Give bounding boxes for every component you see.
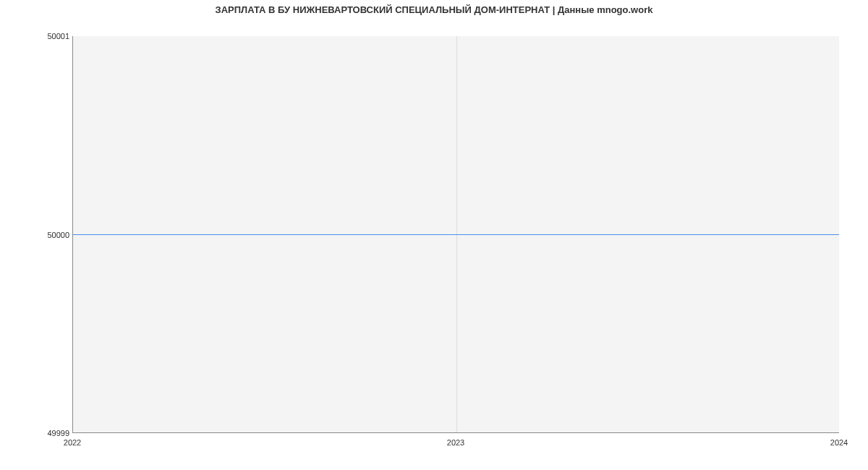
x-tick-1: 2023 <box>447 438 464 447</box>
y-tick-0: 49999 <box>47 429 69 437</box>
plot-area <box>72 36 839 433</box>
x-tick-2: 2024 <box>830 438 848 447</box>
salary-chart: ЗАРПЛАТА В БУ НИЖНЕВАРТОВСКИЙ СПЕЦИАЛЬНЫ… <box>0 0 868 470</box>
y-tick-1: 50000 <box>47 231 69 239</box>
chart-title: ЗАРПЛАТА В БУ НИЖНЕВАРТОВСКИЙ СПЕЦИАЛЬНЫ… <box>0 4 868 15</box>
x-tick-0: 2022 <box>64 438 81 447</box>
series-salary <box>73 234 839 235</box>
y-tick-2: 50001 <box>47 32 69 40</box>
